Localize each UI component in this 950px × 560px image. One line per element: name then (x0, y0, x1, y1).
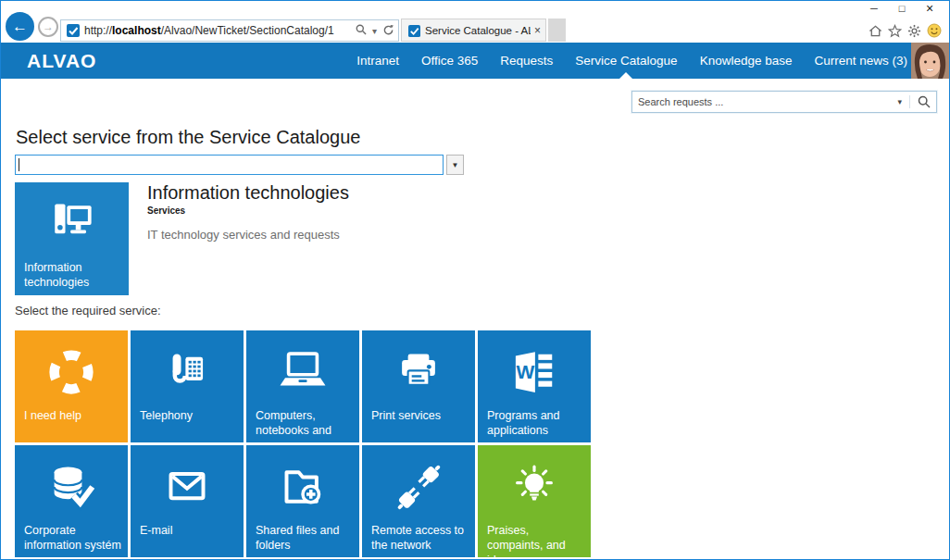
phone-icon (131, 342, 244, 403)
service-tile-corporate-information-syst-m[interactable]: Corporate information systém (15, 445, 128, 557)
favorites-star-icon[interactable] (887, 23, 903, 38)
search-icon[interactable] (909, 95, 931, 108)
close-button[interactable]: × (916, 1, 944, 18)
category-subtitle: Services (147, 205, 592, 216)
select-service-label: Select the required service: (15, 304, 161, 317)
site-header: ALVAO IntranetOffice 365RequestsService … (1, 43, 949, 79)
service-tile-print-services[interactable]: Print services (362, 330, 475, 442)
alvao-logo[interactable]: ALVAO (27, 43, 96, 79)
page-content: Search requests ... ▾ Select service fro… (1, 79, 949, 559)
service-tile-label: Telephony (140, 408, 238, 423)
refresh-icon[interactable] (382, 24, 394, 38)
forward-button[interactable]: → (38, 17, 58, 37)
nav-item-service-catalogue[interactable]: Service Catalogue (575, 43, 677, 79)
tab-close-icon[interactable]: × (534, 24, 541, 37)
alvao-favicon (408, 24, 420, 36)
word-icon: W (478, 342, 591, 403)
category-info: Information technologies Services IT tec… (147, 182, 592, 242)
category-description: IT technology services and requests (147, 228, 592, 242)
desktop-computer-icon (15, 192, 129, 255)
folder-plus-icon (246, 456, 359, 517)
service-tile-label: Corporate information systém (24, 523, 122, 553)
user-avatar[interactable] (911, 43, 949, 79)
service-tile-label: E-mail (140, 523, 238, 538)
service-tile-computers-notebooks-and[interactable]: Computers, notebooks and (246, 330, 359, 442)
svg-text:W: W (516, 361, 534, 382)
maximize-button[interactable]: □ (888, 1, 916, 18)
database-check-icon (15, 456, 128, 517)
browser-tab[interactable]: Service Catalogue - ALVAO ... × (401, 19, 546, 42)
category-title: Information technologies (147, 182, 592, 204)
page-title: Select service from the Service Catalogu… (16, 127, 360, 148)
browser-window: ─ □ × ← → http://localhost/Alvao/NewTick… (0, 0, 950, 560)
title-bar: ─ □ × (1, 1, 949, 18)
url-text: http://localhost/Alvao/NewTicket/Section… (84, 24, 356, 37)
alvao-favicon (67, 24, 80, 37)
address-bar[interactable]: http://localhost/Alvao/NewTicket/Section… (60, 19, 399, 42)
service-tile-telephony[interactable]: Telephony (131, 330, 244, 442)
service-tile-label: Computers, notebooks and (256, 408, 354, 438)
search-input[interactable]: Search requests ... (638, 96, 890, 107)
service-tile-programs-and-applications[interactable]: WPrograms and applications (478, 330, 591, 442)
service-tiles-grid: I need helpTelephonyComputers, notebooks… (15, 330, 591, 557)
window-controls: ─ □ × (860, 1, 944, 18)
search-dropdown-icon[interactable]: ▾ (890, 97, 909, 106)
service-tile-i-need-help[interactable]: I need help (15, 330, 128, 442)
service-tile-label: Shared files and folders (256, 523, 354, 553)
new-tab-button[interactable] (548, 19, 566, 42)
printer-icon (362, 342, 475, 403)
category-tile-label: Information technologies (24, 260, 123, 290)
smiley-feedback-icon[interactable] (926, 23, 942, 38)
settings-gear-icon[interactable] (906, 23, 922, 38)
main-nav: IntranetOffice 365RequestsService Catalo… (356, 43, 907, 79)
browser-toolbar-icons (868, 23, 942, 38)
combobox-dropdown-button[interactable]: ▼ (446, 155, 464, 175)
service-tile-label: Programs and applications (487, 408, 585, 438)
address-dropdown-icon[interactable]: ▾ (372, 26, 377, 36)
nav-item-office-365[interactable]: Office 365 (421, 43, 478, 79)
nav-item-intranet[interactable]: Intranet (356, 43, 399, 79)
service-tile-label: I need help (24, 408, 122, 423)
service-tile-label: Praises, compaints, and ideas (487, 523, 585, 560)
nav-item-knowledge-base[interactable]: Knowledge base (700, 43, 793, 79)
address-search-icon[interactable] (356, 24, 367, 37)
plug-icon (362, 456, 475, 517)
service-tile-e-mail[interactable]: E-mail (131, 445, 244, 557)
minimize-button[interactable]: ─ (860, 1, 888, 18)
service-search-combobox[interactable] (15, 155, 444, 175)
text-cursor (19, 158, 19, 171)
service-tile-remote-access-to-the-network[interactable]: Remote access to the network (362, 445, 475, 557)
service-tile-shared-files-and-folders[interactable]: Shared files and folders (246, 445, 359, 557)
service-tile-praises-compaints-and-ideas[interactable]: Praises, compaints, and ideas (478, 445, 591, 557)
home-icon[interactable] (868, 23, 883, 38)
lifebuoy-icon (15, 342, 128, 403)
back-button[interactable]: ← (6, 12, 34, 41)
service-tile-label: Print services (371, 408, 469, 423)
envelope-icon (131, 456, 244, 517)
lightbulb-icon (478, 456, 591, 517)
search-requests-box[interactable]: Search requests ... ▾ (631, 91, 937, 113)
category-tile-information-technologies[interactable]: Information technologies (15, 182, 129, 295)
tab-title: Service Catalogue - ALVAO ... (425, 25, 531, 36)
nav-item-requests[interactable]: Requests (500, 43, 553, 79)
service-tile-label: Remote access to the network (371, 523, 469, 553)
laptop-icon (246, 342, 359, 403)
nav-item-current-news-3[interactable]: Current news (3) (814, 43, 907, 79)
